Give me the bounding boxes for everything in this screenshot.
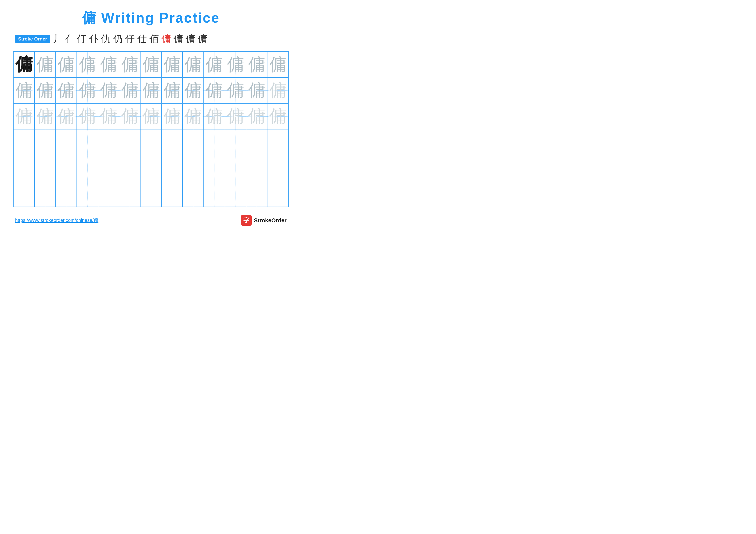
char-r1c1: 傭 [15,53,33,76]
char-r2c10: 傭 [205,79,223,102]
char-r2c12: 傭 [248,79,265,102]
grid-cell-r2c7: 傭 [140,78,161,103]
char-r1c4: 傭 [79,53,96,76]
stroke-7: 仔 [125,33,135,45]
char-r2c3: 傭 [58,79,75,102]
grid-cell-r1c5: 傭 [98,52,119,78]
char-r3c5: 傭 [100,105,117,128]
footer-url[interactable]: https://www.strokeorder.com/chinese/傭 [15,217,98,224]
grid-cell-r5c13[interactable] [267,155,288,181]
grid-cell-r4c4[interactable] [77,129,98,155]
grid-cell-r5c4[interactable] [77,155,98,181]
char-r3c12: 傭 [248,105,265,128]
char-r1c10: 傭 [205,53,223,76]
char-r1c11: 傭 [227,53,244,76]
grid-cell-r3c10: 傭 [204,103,225,129]
stroke-1: 丿 [53,33,62,45]
grid-cell-r3c2: 傭 [35,103,56,129]
grid-cell-r6c12[interactable] [246,181,267,207]
char-r3c11: 傭 [227,105,244,128]
grid-cell-r2c6: 傭 [119,78,140,103]
grid-cell-r6c5[interactable] [98,181,119,207]
grid-cell-r5c6[interactable] [119,155,140,181]
title-text: Writing Practice [96,10,220,26]
grid-cell-r5c7[interactable] [140,155,161,181]
grid-cell-r4c5[interactable] [98,129,119,155]
grid-cell-r3c12: 傭 [246,103,267,129]
char-r1c9: 傭 [184,53,202,76]
char-r2c11: 傭 [227,79,244,102]
grid-cell-r1c12: 傭 [246,52,267,78]
grid-cell-r5c9[interactable] [182,155,204,181]
page-title: 傭 Writing Practice [13,9,289,27]
char-r1c5: 傭 [100,53,117,76]
grid-cell-r5c1[interactable] [14,155,35,181]
brand-icon: 字 [241,215,252,226]
grid-cell-r4c1[interactable] [14,129,35,155]
grid-cell-r4c8[interactable] [161,129,182,155]
char-r2c2: 傭 [37,79,54,102]
grid-cell-r6c11[interactable] [225,181,246,207]
stroke-4: 仆 [89,33,98,45]
char-r1c12: 傭 [248,53,265,76]
stroke-2: 亻 [65,33,74,45]
stroke-8: 仕 [137,33,147,45]
char-r3c6: 傭 [121,105,138,128]
grid-cell-r1c4: 傭 [77,52,98,78]
grid-cell-r3c11: 傭 [225,103,246,129]
grid-cell-r6c10[interactable] [204,181,225,207]
brand-char: 字 [243,216,249,224]
grid-cell-r6c3[interactable] [56,181,77,207]
grid-cell-r6c4[interactable] [77,181,98,207]
grid-cell-r5c8[interactable] [161,155,182,181]
grid-cell-r6c8[interactable] [161,181,182,207]
grid-cell-r6c9[interactable] [182,181,204,207]
char-r3c4: 傭 [79,105,96,128]
grid-cell-r6c13[interactable] [267,181,288,207]
char-r2c7: 傭 [142,79,159,102]
grid-cell-r3c9: 傭 [182,103,204,129]
grid-cell-r4c9[interactable] [182,129,204,155]
grid-cell-r4c11[interactable] [225,129,246,155]
grid-cell-r5c3[interactable] [56,155,77,181]
grid-cell-r4c10[interactable] [204,129,225,155]
grid-cell-r2c8: 傭 [161,78,182,103]
char-r3c7: 傭 [142,105,159,128]
stroke-12: 傭 [186,33,195,45]
footer: https://www.strokeorder.com/chinese/傭 字 … [13,215,289,226]
grid-cell-r2c3: 傭 [56,78,77,103]
grid-cell-r5c10[interactable] [204,155,225,181]
char-r2c13: 傭 [269,79,286,102]
grid-cell-r2c10: 傭 [204,78,225,103]
char-r1c8: 傭 [163,53,180,76]
title-char: 傭 [82,10,96,26]
grid-cell-r3c13: 傭 [267,103,288,129]
stroke-3: 仃 [77,33,86,45]
grid-cell-r3c7: 傭 [140,103,161,129]
grid-cell-r4c13[interactable] [267,129,288,155]
grid-cell-r5c12[interactable] [246,155,267,181]
char-r2c8: 傭 [163,79,180,102]
grid-cell-r4c6[interactable] [119,129,140,155]
grid-cell-r1c9: 傭 [182,52,204,78]
grid-cell-r1c2: 傭 [35,52,56,78]
grid-cell-r3c8: 傭 [161,103,182,129]
grid-cell-r6c1[interactable] [14,181,35,207]
char-r2c5: 傭 [100,79,117,102]
grid-cell-r6c6[interactable] [119,181,140,207]
grid-cell-r6c2[interactable] [35,181,56,207]
grid-cell-r2c5: 傭 [98,78,119,103]
grid-cell-r5c11[interactable] [225,155,246,181]
grid-cell-r4c3[interactable] [56,129,77,155]
stroke-5: 仇 [101,33,111,45]
grid-cell-r5c2[interactable] [35,155,56,181]
char-r2c4: 傭 [79,79,96,102]
grid-cell-r1c11: 傭 [225,52,246,78]
grid-cell-r4c2[interactable] [35,129,56,155]
char-r3c1: 傭 [15,105,33,128]
grid-cell-r4c7[interactable] [140,129,161,155]
grid-cell-r5c5[interactable] [98,155,119,181]
grid-cell-r6c7[interactable] [140,181,161,207]
char-r3c3: 傭 [58,105,75,128]
grid-cell-r4c12[interactable] [246,129,267,155]
